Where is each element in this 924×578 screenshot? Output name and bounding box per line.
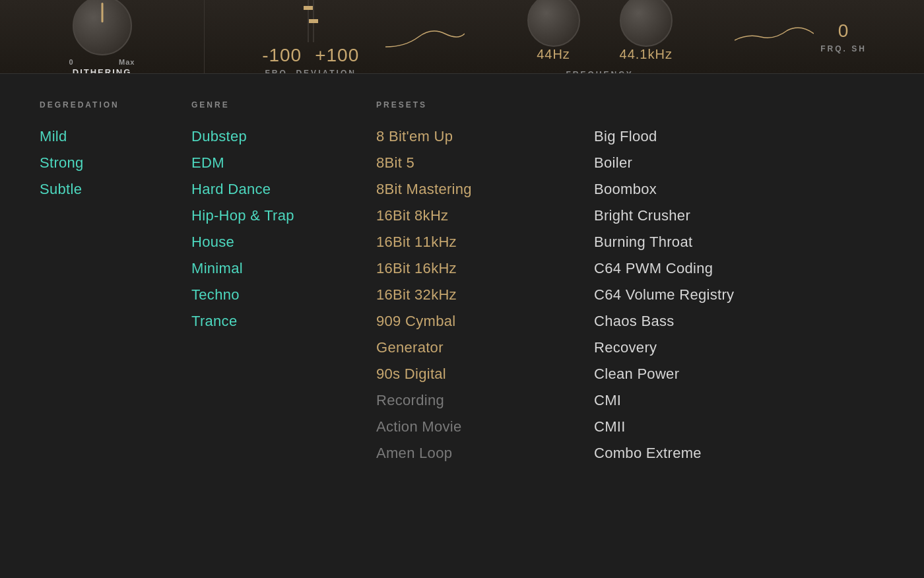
list-item[interactable]: 16Bit 8kHz: [376, 207, 594, 224]
freq-curve-left: [385, 20, 465, 53]
list-item[interactable]: Minimal: [191, 260, 376, 277]
freq-curve-right: [735, 20, 814, 53]
presets-right-list: Big FloodBoilerBoomboxBright CrusherBurn…: [594, 128, 812, 471]
dithering-min: 0: [69, 58, 74, 66]
list-item[interactable]: Generator: [376, 339, 594, 356]
list-item[interactable]: Trance: [191, 313, 376, 330]
dithering-section: 0 Max DITHERING: [0, 0, 205, 73]
list-item[interactable]: Chaos Bass: [594, 313, 812, 330]
dithering-max: Max: [119, 58, 135, 66]
freq-val2: 44.1kHz: [620, 47, 673, 62]
list-item[interactable]: 16Bit 11kHz: [376, 234, 594, 251]
list-item[interactable]: Burning Throat: [594, 234, 812, 251]
list-item[interactable]: Recording: [376, 392, 594, 409]
header-bar: 0 Max DITHERING: [0, 0, 924, 74]
list-item[interactable]: Amen Loop: [376, 445, 594, 462]
list-item[interactable]: C64 Volume Registry: [594, 286, 812, 304]
frq-dev-max: +100: [315, 45, 359, 66]
frq-dev-min: -100: [262, 45, 302, 66]
list-item[interactable]: Techno: [191, 286, 376, 304]
dithering-label: DITHERING: [73, 67, 132, 74]
list-item[interactable]: Recovery: [594, 339, 812, 356]
list-item[interactable]: Subtle: [40, 181, 191, 198]
list-item[interactable]: 909 Cymbal: [376, 313, 594, 330]
header-params: -100 +100 FRQ. DEVIATION 44Hz: [205, 0, 924, 73]
list-item[interactable]: Bright Crusher: [594, 207, 812, 224]
genre-list: DubstepEDMHard DanceHip-Hop & TrapHouseM…: [191, 128, 376, 339]
list-item[interactable]: Clean Power: [594, 366, 812, 383]
list-item[interactable]: 8Bit 5: [376, 154, 594, 172]
list-item[interactable]: Mild: [40, 128, 191, 145]
degradation-column: DEGREDATION MildStrongSubtle: [40, 100, 191, 552]
frq-sh-label: FRQ. SH: [820, 44, 867, 53]
degradation-list: MildStrongSubtle: [40, 128, 191, 207]
presets-column-left: PRESETS 8 Bit'em Up8Bit 58Bit Mastering1…: [376, 100, 594, 552]
frq-deviation-group: -100 +100 FRQ. DEVIATION: [262, 0, 465, 74]
list-item[interactable]: 16Bit 16kHz: [376, 260, 594, 277]
list-item[interactable]: C64 PWM Coding: [594, 260, 812, 277]
list-item[interactable]: Combo Extreme: [594, 445, 812, 462]
dithering-knob[interactable]: [73, 0, 132, 55]
frq-dev-label: FRQ. DEVIATION: [265, 69, 356, 75]
list-item[interactable]: 8Bit Mastering: [376, 181, 594, 198]
degradation-header: DEGREDATION: [40, 100, 191, 110]
presets-column-right: PRESETS Big FloodBoilerBoomboxBright Cru…: [594, 100, 812, 552]
dithering-markers: 0 Max: [69, 58, 135, 66]
list-item[interactable]: Dubstep: [191, 128, 376, 145]
list-item[interactable]: Big Flood: [594, 128, 812, 145]
list-item[interactable]: Strong: [40, 154, 191, 172]
frq-sh-value: 0: [838, 20, 849, 42]
list-item[interactable]: House: [191, 234, 376, 251]
content-area: DEGREDATION MildStrongSubtle GENRE Dubst…: [0, 74, 924, 578]
frq-sh-group: 0 FRQ. SH: [735, 20, 867, 53]
dithering-knob-container: 0 Max DITHERING: [69, 0, 135, 74]
frequency-group: 44Hz 44.1kHz FREQUENCY: [527, 0, 673, 74]
freq-val1: 44Hz: [537, 47, 570, 62]
list-item[interactable]: 16Bit 32kHz: [376, 286, 594, 304]
list-item[interactable]: Boombox: [594, 181, 812, 198]
presets-header: PRESETS: [376, 100, 594, 110]
presets-left-list: 8 Bit'em Up8Bit 58Bit Mastering16Bit 8kH…: [376, 128, 594, 471]
genre-header: GENRE: [191, 100, 376, 110]
list-item[interactable]: Hard Dance: [191, 181, 376, 198]
list-item[interactable]: Action Movie: [376, 418, 594, 435]
list-item[interactable]: EDM: [191, 154, 376, 172]
list-item[interactable]: 8 Bit'em Up: [376, 128, 594, 145]
list-item[interactable]: 90s Digital: [376, 366, 594, 383]
list-item[interactable]: Hip-Hop & Trap: [191, 207, 376, 224]
list-item[interactable]: Boiler: [594, 154, 812, 172]
list-item[interactable]: CMII: [594, 418, 812, 435]
list-item[interactable]: CMI: [594, 392, 812, 409]
genre-column: GENRE DubstepEDMHard DanceHip-Hop & Trap…: [191, 100, 376, 552]
freq-label: FREQUENCY: [566, 70, 634, 74]
